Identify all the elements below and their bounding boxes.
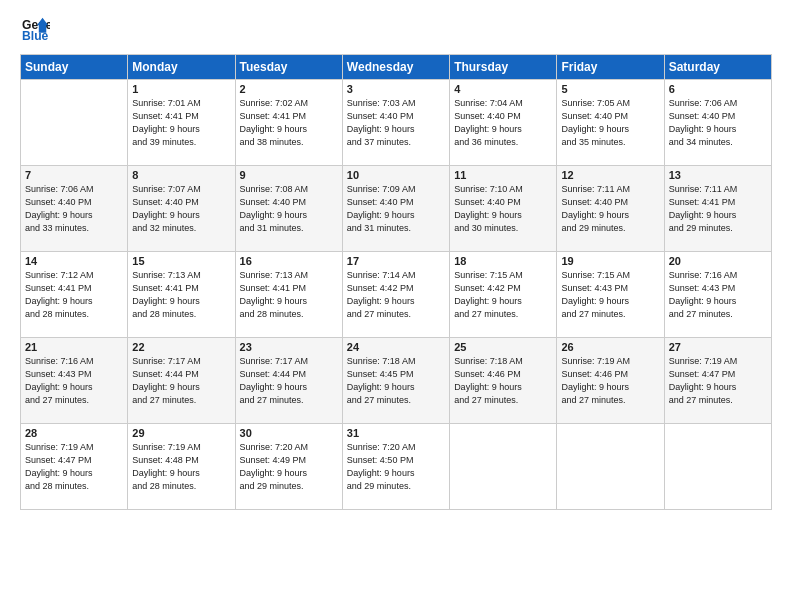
day-number: 28: [25, 427, 123, 439]
day-info: Sunrise: 7:03 AM Sunset: 4:40 PM Dayligh…: [347, 97, 445, 149]
day-number: 27: [669, 341, 767, 353]
week-row-4: 21Sunrise: 7:16 AM Sunset: 4:43 PM Dayli…: [21, 338, 772, 424]
day-info: Sunrise: 7:06 AM Sunset: 4:40 PM Dayligh…: [25, 183, 123, 235]
day-cell: 2Sunrise: 7:02 AM Sunset: 4:41 PM Daylig…: [235, 80, 342, 166]
header-row: SundayMondayTuesdayWednesdayThursdayFrid…: [21, 55, 772, 80]
day-cell: 3Sunrise: 7:03 AM Sunset: 4:40 PM Daylig…: [342, 80, 449, 166]
day-number: 31: [347, 427, 445, 439]
col-header-sunday: Sunday: [21, 55, 128, 80]
day-cell: 10Sunrise: 7:09 AM Sunset: 4:40 PM Dayli…: [342, 166, 449, 252]
day-info: Sunrise: 7:08 AM Sunset: 4:40 PM Dayligh…: [240, 183, 338, 235]
day-number: 8: [132, 169, 230, 181]
day-cell: 15Sunrise: 7:13 AM Sunset: 4:41 PM Dayli…: [128, 252, 235, 338]
day-cell: 29Sunrise: 7:19 AM Sunset: 4:48 PM Dayli…: [128, 424, 235, 510]
day-info: Sunrise: 7:09 AM Sunset: 4:40 PM Dayligh…: [347, 183, 445, 235]
day-cell: 24Sunrise: 7:18 AM Sunset: 4:45 PM Dayli…: [342, 338, 449, 424]
logo: General Blue: [20, 16, 50, 44]
day-info: Sunrise: 7:18 AM Sunset: 4:46 PM Dayligh…: [454, 355, 552, 407]
day-info: Sunrise: 7:10 AM Sunset: 4:40 PM Dayligh…: [454, 183, 552, 235]
day-cell: 26Sunrise: 7:19 AM Sunset: 4:46 PM Dayli…: [557, 338, 664, 424]
day-cell: 8Sunrise: 7:07 AM Sunset: 4:40 PM Daylig…: [128, 166, 235, 252]
day-cell: 30Sunrise: 7:20 AM Sunset: 4:49 PM Dayli…: [235, 424, 342, 510]
day-info: Sunrise: 7:07 AM Sunset: 4:40 PM Dayligh…: [132, 183, 230, 235]
day-number: 18: [454, 255, 552, 267]
day-number: 16: [240, 255, 338, 267]
day-info: Sunrise: 7:05 AM Sunset: 4:40 PM Dayligh…: [561, 97, 659, 149]
day-cell: 1Sunrise: 7:01 AM Sunset: 4:41 PM Daylig…: [128, 80, 235, 166]
col-header-wednesday: Wednesday: [342, 55, 449, 80]
day-cell: [557, 424, 664, 510]
day-number: 17: [347, 255, 445, 267]
day-cell: [21, 80, 128, 166]
week-row-5: 28Sunrise: 7:19 AM Sunset: 4:47 PM Dayli…: [21, 424, 772, 510]
day-cell: 14Sunrise: 7:12 AM Sunset: 4:41 PM Dayli…: [21, 252, 128, 338]
day-cell: 13Sunrise: 7:11 AM Sunset: 4:41 PM Dayli…: [664, 166, 771, 252]
day-number: 10: [347, 169, 445, 181]
day-number: 22: [132, 341, 230, 353]
week-row-1: 1Sunrise: 7:01 AM Sunset: 4:41 PM Daylig…: [21, 80, 772, 166]
page: General Blue SundayMondayTuesdayWednesda…: [0, 0, 792, 612]
day-cell: 11Sunrise: 7:10 AM Sunset: 4:40 PM Dayli…: [450, 166, 557, 252]
day-number: 2: [240, 83, 338, 95]
day-info: Sunrise: 7:02 AM Sunset: 4:41 PM Dayligh…: [240, 97, 338, 149]
day-number: 24: [347, 341, 445, 353]
day-cell: 23Sunrise: 7:17 AM Sunset: 4:44 PM Dayli…: [235, 338, 342, 424]
day-cell: 5Sunrise: 7:05 AM Sunset: 4:40 PM Daylig…: [557, 80, 664, 166]
day-info: Sunrise: 7:13 AM Sunset: 4:41 PM Dayligh…: [132, 269, 230, 321]
day-cell: 28Sunrise: 7:19 AM Sunset: 4:47 PM Dayli…: [21, 424, 128, 510]
day-info: Sunrise: 7:15 AM Sunset: 4:42 PM Dayligh…: [454, 269, 552, 321]
day-info: Sunrise: 7:18 AM Sunset: 4:45 PM Dayligh…: [347, 355, 445, 407]
day-info: Sunrise: 7:01 AM Sunset: 4:41 PM Dayligh…: [132, 97, 230, 149]
day-number: 12: [561, 169, 659, 181]
day-number: 19: [561, 255, 659, 267]
day-number: 13: [669, 169, 767, 181]
day-number: 21: [25, 341, 123, 353]
col-header-monday: Monday: [128, 55, 235, 80]
day-number: 23: [240, 341, 338, 353]
day-cell: 31Sunrise: 7:20 AM Sunset: 4:50 PM Dayli…: [342, 424, 449, 510]
day-number: 14: [25, 255, 123, 267]
day-info: Sunrise: 7:11 AM Sunset: 4:41 PM Dayligh…: [669, 183, 767, 235]
day-number: 30: [240, 427, 338, 439]
day-number: 6: [669, 83, 767, 95]
day-info: Sunrise: 7:16 AM Sunset: 4:43 PM Dayligh…: [25, 355, 123, 407]
day-number: 25: [454, 341, 552, 353]
day-number: 29: [132, 427, 230, 439]
day-cell: 12Sunrise: 7:11 AM Sunset: 4:40 PM Dayli…: [557, 166, 664, 252]
day-info: Sunrise: 7:17 AM Sunset: 4:44 PM Dayligh…: [240, 355, 338, 407]
col-header-thursday: Thursday: [450, 55, 557, 80]
day-cell: [450, 424, 557, 510]
day-info: Sunrise: 7:06 AM Sunset: 4:40 PM Dayligh…: [669, 97, 767, 149]
day-cell: 9Sunrise: 7:08 AM Sunset: 4:40 PM Daylig…: [235, 166, 342, 252]
day-number: 9: [240, 169, 338, 181]
day-info: Sunrise: 7:19 AM Sunset: 4:46 PM Dayligh…: [561, 355, 659, 407]
day-info: Sunrise: 7:19 AM Sunset: 4:48 PM Dayligh…: [132, 441, 230, 493]
day-cell: 25Sunrise: 7:18 AM Sunset: 4:46 PM Dayli…: [450, 338, 557, 424]
col-header-saturday: Saturday: [664, 55, 771, 80]
day-cell: 4Sunrise: 7:04 AM Sunset: 4:40 PM Daylig…: [450, 80, 557, 166]
day-info: Sunrise: 7:04 AM Sunset: 4:40 PM Dayligh…: [454, 97, 552, 149]
day-number: 4: [454, 83, 552, 95]
header: General Blue: [20, 16, 772, 44]
day-info: Sunrise: 7:13 AM Sunset: 4:41 PM Dayligh…: [240, 269, 338, 321]
day-number: 3: [347, 83, 445, 95]
day-cell: 7Sunrise: 7:06 AM Sunset: 4:40 PM Daylig…: [21, 166, 128, 252]
day-info: Sunrise: 7:17 AM Sunset: 4:44 PM Dayligh…: [132, 355, 230, 407]
day-number: 20: [669, 255, 767, 267]
day-cell: 27Sunrise: 7:19 AM Sunset: 4:47 PM Dayli…: [664, 338, 771, 424]
logo-icon: General Blue: [22, 16, 50, 44]
day-cell: 22Sunrise: 7:17 AM Sunset: 4:44 PM Dayli…: [128, 338, 235, 424]
day-info: Sunrise: 7:15 AM Sunset: 4:43 PM Dayligh…: [561, 269, 659, 321]
day-cell: 6Sunrise: 7:06 AM Sunset: 4:40 PM Daylig…: [664, 80, 771, 166]
week-row-3: 14Sunrise: 7:12 AM Sunset: 4:41 PM Dayli…: [21, 252, 772, 338]
day-info: Sunrise: 7:19 AM Sunset: 4:47 PM Dayligh…: [25, 441, 123, 493]
col-header-tuesday: Tuesday: [235, 55, 342, 80]
day-info: Sunrise: 7:16 AM Sunset: 4:43 PM Dayligh…: [669, 269, 767, 321]
day-number: 5: [561, 83, 659, 95]
day-number: 7: [25, 169, 123, 181]
day-info: Sunrise: 7:12 AM Sunset: 4:41 PM Dayligh…: [25, 269, 123, 321]
day-cell: 16Sunrise: 7:13 AM Sunset: 4:41 PM Dayli…: [235, 252, 342, 338]
day-info: Sunrise: 7:20 AM Sunset: 4:49 PM Dayligh…: [240, 441, 338, 493]
day-number: 15: [132, 255, 230, 267]
week-row-2: 7Sunrise: 7:06 AM Sunset: 4:40 PM Daylig…: [21, 166, 772, 252]
